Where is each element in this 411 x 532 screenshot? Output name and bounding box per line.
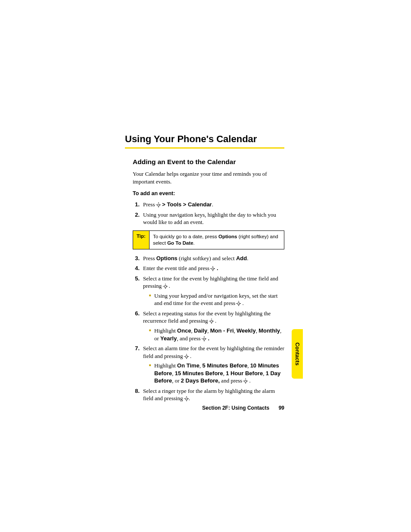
step-number: 6.	[133, 310, 143, 342]
nav-key-icon	[209, 319, 214, 324]
step-text: Press	[143, 255, 156, 261]
step-text: Highlight	[154, 327, 177, 334]
procedure-lead: To add an event:	[133, 190, 284, 196]
footer-section: Section 2F: Using Contacts	[202, 405, 269, 411]
step-text: .	[212, 201, 213, 208]
steps-list-cont: 3. Press Options (right softkey) and sel…	[133, 255, 284, 402]
step-number: 8.	[133, 387, 143, 402]
nav-key-icon	[237, 302, 241, 306]
step-bold: 15 Minutes Before	[175, 370, 223, 376]
step-bold: Weekly	[237, 327, 256, 334]
bullet-icon: ■	[149, 327, 154, 342]
step-text: Select a ringer type for the alarm by hi…	[143, 388, 275, 402]
step-2: 2. Using your navigation keys, highlight…	[133, 211, 284, 226]
step-text: Enter the event title and press	[143, 265, 211, 271]
step-text: Select an alarm time for the event by hi…	[143, 345, 284, 359]
step-text: and press	[220, 377, 243, 384]
step-bold: Options	[156, 255, 177, 261]
nav-key-icon	[202, 337, 206, 341]
step-text: .	[168, 283, 171, 289]
step-bold: On Time	[177, 362, 199, 369]
step-bold: 2 Days Before,	[181, 377, 220, 384]
sub-bullet: ■ Highlight Once, Daily, Mon - Fri, Week…	[149, 327, 284, 342]
page-content: Using Your Phone's Calendar Adding an Ev…	[125, 134, 284, 405]
sub-text: Highlight Once, Daily, Mon - Fri, Weekly…	[154, 327, 284, 342]
step-text: Select a repeating status for the event …	[143, 310, 271, 324]
sub-bullet: ■ Using your keypad and/or navigation ke…	[149, 292, 284, 307]
step-text: .	[206, 335, 209, 342]
step-bold: 1 Hour Before	[226, 370, 263, 376]
step-bold: Once	[177, 327, 191, 334]
step-text: .	[247, 255, 248, 261]
step-number: 1.	[133, 201, 143, 208]
tip-text-part: .	[193, 240, 195, 246]
step-bold: Monthly	[258, 327, 280, 334]
step-text: , or	[172, 377, 181, 384]
step-text: (right softkey) and select	[177, 255, 236, 261]
step-text: Press	[143, 201, 156, 208]
nav-key-icon	[184, 397, 189, 401]
sub-bullet: ■ Highlight On Time, 5 Minutes Before, 1…	[149, 362, 284, 385]
tip-box: Tip: To quickly go to a date, press Opti…	[133, 230, 284, 249]
tip-label: Tip:	[133, 231, 149, 249]
tip-text: To quickly go to a date, press Options (…	[149, 231, 284, 249]
step-body: Press Options (right softkey) and select…	[143, 255, 284, 262]
nav-key-icon	[163, 284, 168, 289]
page-footer: Section 2F: Using Contacts 99	[125, 405, 284, 411]
step-text: .	[215, 265, 218, 271]
step-number: 7.	[133, 345, 143, 385]
step-text: .	[241, 300, 244, 306]
step-3: 3. Press Options (right softkey) and sel…	[133, 255, 284, 262]
step-number: 4.	[133, 264, 143, 272]
step-4: 4. Enter the event title and press .	[133, 264, 284, 272]
step-6: 6. Select a repeating status for the eve…	[133, 310, 284, 342]
step-8: 8. Select a ringer type for the alarm by…	[133, 387, 284, 402]
step-text: Using your keypad and/or navigation keys…	[154, 292, 277, 307]
nav-key-icon	[184, 355, 189, 359]
step-body: Select an alarm time for the event by hi…	[143, 345, 284, 385]
step-number: 5.	[133, 275, 143, 307]
step-bold: 5 Minutes Before	[202, 362, 247, 369]
step-bold: Mon - Fri	[210, 327, 234, 334]
tip-text-part: To quickly go to a date, press	[153, 234, 218, 239]
step-text: .	[189, 395, 190, 401]
step-bold: Add	[236, 255, 247, 261]
step-body: Press > Tools > Calendar.	[143, 201, 284, 208]
sub-text: Highlight On Time, 5 Minutes Before, 10 …	[154, 362, 284, 385]
step-text: .	[189, 353, 192, 359]
step-text: , and press	[177, 335, 202, 342]
intro-text: Your Calendar helps organize your time a…	[133, 170, 284, 185]
nav-key-icon	[243, 379, 248, 383]
nav-key-icon	[156, 203, 161, 207]
subheading: Adding an Event to the Calendar	[133, 158, 284, 166]
page-heading: Using Your Phone's Calendar	[125, 134, 284, 145]
nav-key-icon	[211, 267, 215, 271]
side-tab: Contacts	[292, 329, 303, 379]
step-body: Enter the event title and press .	[143, 264, 284, 272]
step-bold: > Tools > Calendar	[161, 201, 212, 208]
sub-text: Using your keypad and/or navigation keys…	[154, 292, 284, 307]
step-number: 3.	[133, 255, 143, 262]
steps-list: 1. Press > Tools > Calendar. 2. Using yo…	[133, 201, 284, 226]
tip-bold: Options	[218, 234, 237, 239]
step-text: Highlight	[154, 362, 177, 369]
bullet-icon: ■	[149, 362, 154, 385]
step-5: 5. Select a time for the event by highli…	[133, 275, 284, 307]
bullet-icon: ■	[149, 292, 154, 307]
step-body: Select a repeating status for the event …	[143, 310, 284, 342]
heading-rule	[125, 147, 284, 149]
side-tab-label: Contacts	[294, 342, 300, 365]
step-7: 7. Select an alarm time for the event by…	[133, 345, 284, 385]
step-number: 2.	[133, 211, 143, 226]
step-1: 1. Press > Tools > Calendar.	[133, 201, 284, 208]
step-body: Select a ringer type for the alarm by hi…	[143, 387, 284, 402]
step-text: .	[248, 377, 251, 384]
step-bold: Yearly	[160, 335, 177, 342]
step-text: .	[214, 317, 217, 324]
step-body: Select a time for the event by highlight…	[143, 275, 284, 307]
step-bold: Daily	[194, 327, 207, 334]
step-body: Using your navigation keys, highlight th…	[143, 211, 284, 226]
tip-bold: Go To Date	[167, 240, 193, 246]
footer-page-number: 99	[279, 405, 284, 411]
